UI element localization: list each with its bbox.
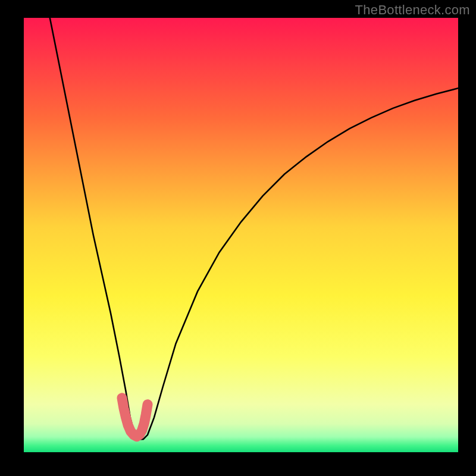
plot-area bbox=[24, 18, 458, 452]
chart-frame: TheBottleneck.com bbox=[0, 0, 476, 476]
gradient-background bbox=[24, 18, 458, 452]
bottleneck-chart bbox=[24, 18, 458, 452]
watermark-label: TheBottleneck.com bbox=[355, 2, 470, 18]
